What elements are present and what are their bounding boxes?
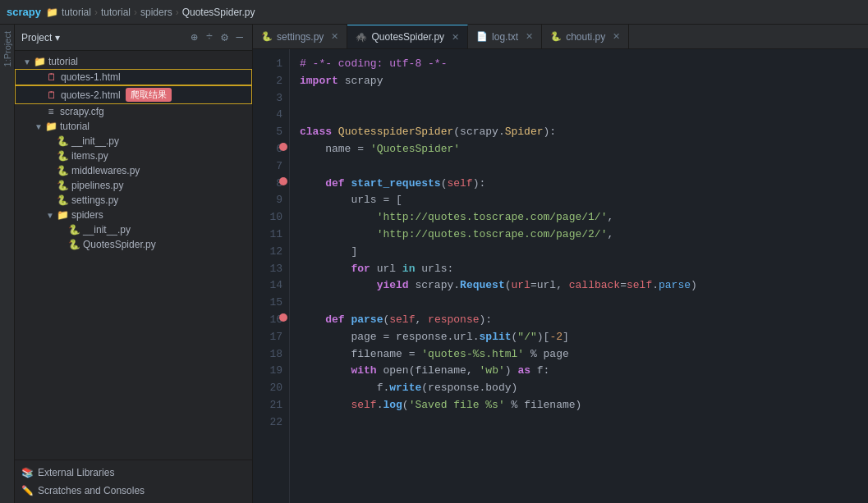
tree-spiders-init[interactable]: 🐍 __init__.py [15, 222, 252, 237]
tree-settings-py[interactable]: 🐍 settings.py [15, 193, 252, 208]
tree-label-init: __init__.py [71, 135, 119, 147]
tree-label-quotes-spider: QuotesSpider.py [83, 239, 156, 250]
tab-quotesspider[interactable]: 🕷️ QuotesSpider.py ✕ [347, 25, 468, 48]
code-line-11: 'http://quotes.toscrape.com/page/2/', [300, 226, 858, 244]
code-line-22 [300, 414, 858, 432]
tab-log[interactable]: 📄 log.txt ✕ [468, 25, 542, 48]
external-libraries-item[interactable]: 📚 External Libraries [15, 464, 252, 482]
arrow-tutorial-sub: ▼ [33, 122, 44, 131]
code-line-16: def parse(self, response): [300, 312, 858, 329]
tab-close-log[interactable]: ✕ [526, 31, 533, 42]
py-icon-st: 🐍 [56, 194, 69, 206]
code-line-9: urls = [ [300, 192, 858, 209]
tab-icon-settings: 🐍 [261, 31, 273, 42]
tree-label-quotes-2: quotes-2.html [61, 89, 121, 101]
tree-quotes-2-html[interactable]: 🗒 quotes-2.html 爬取结果 [15, 85, 252, 104]
breadcrumb-file[interactable]: QuotesSpider.py [182, 7, 255, 18]
locate-icon[interactable]: ⊕ [188, 30, 200, 45]
scratch-label: Scratches and Consoles [38, 485, 145, 496]
code-line-20: f.write(response.body) [300, 380, 858, 397]
tree-tutorial-root[interactable]: ▼ 📁 tutorial [15, 54, 252, 69]
tree-label-items: items.py [71, 150, 108, 162]
editor-area: 🐍 settings.py ✕ 🕷️ QuotesSpider.py ✕ 📄 l… [253, 25, 868, 503]
folder-icon-spiders: 📁 [56, 209, 69, 221]
code-line-13: for url in urls: [300, 261, 858, 278]
main-layout: 1:Project Project ▾ ⊕ ÷ ⚙ — ▼ 📁 tutorial [0, 25, 868, 503]
app-logo: scrapy [7, 6, 41, 18]
py-icon-mw: 🐍 [56, 165, 69, 176]
py-icon-sinit: 🐍 [67, 224, 80, 235]
ext-lib-label: External Libraries [38, 467, 114, 478]
collapse-icon[interactable]: ÷ [204, 30, 215, 45]
close-sidebar-icon[interactable]: — [234, 30, 246, 45]
tree-spiders-folder[interactable]: ▼ 📁 spiders [15, 208, 252, 222]
annotation-crawl-result: 爬取结果 [126, 88, 172, 102]
line-numbers: 1 2 3 4 5 6 7 8 9 10 11 12 13 14 15 16 1… [253, 49, 290, 503]
tree-quotes-1-html[interactable]: 🗒 quotes-1.html [15, 69, 252, 85]
breadcrumb-spiders[interactable]: spiders [140, 7, 172, 18]
code-line-17: page = response.url.split("/")[-2] [300, 329, 858, 346]
code-line-21: self.log('Saved file %s' % filename) [300, 397, 858, 414]
code-content[interactable]: # -*- coding: utf-8 -*- import scrapy cl… [290, 49, 868, 503]
tree-pipelines-py[interactable]: 🐍 pipelines.py [15, 178, 252, 193]
tree-label-quotes-1: quotes-1.html [61, 71, 121, 83]
code-line-5: class QuotesspiderSpider(scrapy.Spider): [300, 124, 858, 141]
tab-settings[interactable]: 🐍 settings.py ✕ [253, 25, 347, 48]
project-icon[interactable]: 1:Project [2, 28, 13, 70]
code-line-6: name = 'QuotesSpider' [300, 141, 858, 158]
title-bar: scrapy 📁 tutorial › tutorial › spiders ›… [0, 0, 868, 25]
code-line-2: import scrapy [300, 73, 858, 90]
sidebar-bottom: 📚 External Libraries ✏️ Scratches and Co… [15, 460, 252, 503]
sidebar-toolbar: ⊕ ÷ ⚙ — [188, 30, 246, 45]
tab-label-chouti: chouti.py [566, 31, 605, 43]
scratches-consoles-item[interactable]: ✏️ Scratches and Consoles [15, 482, 252, 500]
cfg-icon: ≡ [44, 106, 57, 117]
tab-label-settings: settings.py [277, 31, 324, 43]
tree-tutorial-sub[interactable]: ▼ 📁 tutorial [15, 119, 252, 134]
code-line-8: def start_requests(self): [300, 176, 858, 193]
arrow-spiders: ▼ [44, 211, 56, 220]
tab-label-log: log.txt [492, 31, 518, 43]
tab-bar: 🐍 settings.py ✕ 🕷️ QuotesSpider.py ✕ 📄 l… [253, 25, 868, 49]
sidebar-title: Project ▾ [21, 32, 185, 43]
html-file-icon-2: 🗒 [45, 89, 58, 101]
tab-chouti[interactable]: 🐍 chouti.py ✕ [542, 25, 629, 48]
py-icon-pl: 🐍 [56, 180, 69, 191]
tree-items-py[interactable]: 🐍 items.py [15, 149, 252, 163]
tree-init-py[interactable]: 🐍 __init__.py [15, 134, 252, 149]
code-area: 1 2 3 4 5 6 7 8 9 10 11 12 13 14 15 16 1… [253, 49, 868, 503]
code-line-15 [300, 295, 858, 312]
tree-label-pipelines: pipelines.py [71, 180, 123, 191]
project-tree: ▼ 📁 tutorial 🗒 quotes-1.html 🗒 quotes-2.… [15, 51, 252, 460]
code-line-12: ] [300, 244, 858, 261]
breadcrumb: 📁 tutorial › tutorial › spiders › Quotes… [46, 7, 255, 18]
tree-label-spiders: spiders [71, 209, 103, 221]
code-line-14: yield scrapy.Request(url=url, callback=s… [300, 277, 858, 295]
code-line-19: with open(filename, 'wb') as f: [300, 363, 858, 380]
breadcrumb-tutorial-2[interactable]: tutorial [101, 7, 131, 18]
tab-close-chouti[interactable]: ✕ [613, 31, 620, 42]
tree-quotes-spider-py[interactable]: 🐍 QuotesSpider.py [15, 237, 252, 252]
tree-label-tutorial-root: tutorial [48, 56, 78, 67]
tab-icon-chouti: 🐍 [550, 31, 562, 42]
code-line-18: filename = 'quotes-%s.html' % page [300, 346, 858, 364]
code-line-4 [300, 107, 858, 124]
py-icon: 🐍 [56, 135, 69, 147]
breadcrumb-part-1: 📁 [46, 7, 58, 18]
folder-icon-sub: 📁 [44, 121, 57, 132]
tab-close-qs[interactable]: ✕ [452, 32, 459, 43]
settings-icon[interactable]: ⚙ [218, 30, 230, 45]
breadcrumb-tutorial-1[interactable]: tutorial [62, 7, 91, 18]
tree-scrapy-cfg[interactable]: ≡ scrapy.cfg [15, 104, 252, 119]
tab-icon-qs: 🕷️ [356, 32, 367, 43]
tree-label-settings: settings.py [71, 194, 118, 206]
html-file-icon: 🗒 [45, 71, 58, 83]
scratch-icon: ✏️ [21, 485, 34, 496]
tab-close-settings[interactable]: ✕ [331, 31, 338, 42]
tree-middlewares-py[interactable]: 🐍 middlewares.py [15, 163, 252, 178]
sidebar-header: Project ▾ ⊕ ÷ ⚙ — [15, 25, 252, 51]
py-icon-qs: 🐍 [67, 239, 80, 250]
tree-label-middlewares: middlewares.py [71, 165, 140, 176]
code-line-1: # -*- coding: utf-8 -*- [300, 56, 858, 73]
arrow-tutorial-root: ▼ [21, 57, 33, 66]
